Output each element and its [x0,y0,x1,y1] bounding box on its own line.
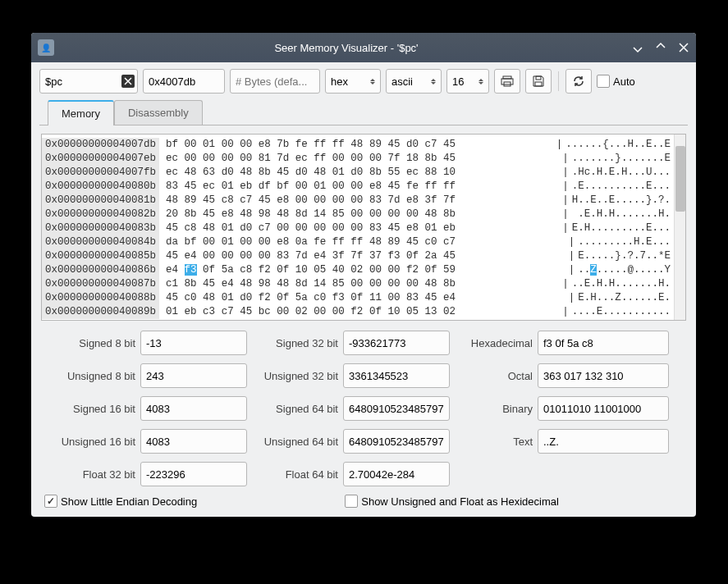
svg-rect-3 [536,76,541,80]
hex-row[interactable]: 0x00000000004007fbec 48 63 d0 48 8b 45 d… [42,166,674,180]
checkbox-icon [44,495,57,508]
f64-label: Float 64 bit [252,468,338,481]
svg-rect-4 [535,82,542,86]
hex-row[interactable]: 0x00000000004007dbbf 00 01 00 00 e8 7b f… [42,138,674,152]
hex-label: Hexadecimal [455,337,533,349]
hex-row[interactable]: 0x000000000040086be4 f3 0f 5a c8 f2 0f 1… [42,263,674,277]
signed32-field[interactable] [343,331,450,355]
s32-label: Signed 32 bit [252,337,338,349]
hexadecimal-field[interactable] [538,331,669,355]
decode-grid: Signed 8 bit Signed 32 bit Hexadecimal U… [41,331,686,486]
f32-label: Float 32 bit [41,468,135,481]
unsigned16-field[interactable] [140,429,247,454]
u8-label: Unsigned 8 bit [41,370,135,382]
hexfloat-checkbox[interactable]: Show Unsigned and Float as Hexidecimal [345,495,559,508]
u64-label: Unsigned 64 bit [252,436,338,448]
s16-label: Signed 16 bit [41,403,135,415]
app-icon: 👤 [38,39,54,56]
u16-label: Unsigned 16 bit [41,436,135,448]
chevron-updown-icon [370,79,375,84]
hex-row[interactable]: 0x000000000040088b45 c0 48 01 d0 f2 0f 5… [42,291,674,305]
bin-label: Binary [455,403,533,415]
save-button[interactable] [525,69,552,94]
hex-row[interactable]: 0x000000000040082b20 8b 45 e8 48 98 48 8… [42,208,674,221]
float64-field[interactable] [343,462,450,486]
columns-select[interactable]: 16 [446,69,489,94]
hex-row[interactable]: 0x00000000004007ebec 00 00 00 00 81 7d e… [42,152,674,166]
scroll-thumb[interactable] [675,146,685,212]
memory-visualizer-window: 👤 Seer Memory Visualizer - '$pc' hex asc… [31,33,696,517]
octal-field[interactable] [538,363,669,388]
s64-label: Signed 64 bit [252,403,338,415]
toolbar: hex ascii 16 Auto [31,62,696,100]
titlebar: 👤 Seer Memory Visualizer - '$pc' [31,33,696,62]
close-button[interactable] [678,42,689,53]
endian-checkbox[interactable]: Show Little Endian Decoding [44,495,197,508]
tab-disassembly[interactable]: Disassembly [114,100,203,125]
options-row: Show Little Endian Decoding Show Unsigne… [41,495,686,508]
refresh-button[interactable] [565,69,592,94]
maximize-button[interactable] [655,42,666,53]
signed16-field[interactable] [140,396,247,421]
u32-label: Unsigned 32 bit [252,370,338,382]
format-select[interactable]: hex [325,69,381,94]
hex-row[interactable]: 0x000000000040089b01 eb c3 c7 45 bc 00 0… [42,305,674,319]
hex-row[interactable]: 0x000000000040087bc1 8b 45 e4 48 98 48 8… [42,277,674,291]
print-button[interactable] [494,69,520,94]
unsigned8-field[interactable] [140,363,247,388]
chevron-updown-icon [431,79,436,84]
signed64-field[interactable] [343,396,450,421]
float32-field[interactable] [140,462,247,486]
separator [558,71,559,91]
tab-memory[interactable]: Memory [48,100,114,125]
minimize-button[interactable] [632,42,643,53]
window-title: Seer Memory Visualizer - '$pc' [61,42,632,54]
content-area: 0x00000000004007dbbf 00 01 00 00 e8 7b f… [31,125,696,516]
hex-row[interactable]: 0x000000000040081b48 89 45 c8 c7 45 e8 0… [42,194,674,208]
checkbox-icon [597,75,610,88]
clear-icon[interactable] [121,75,135,88]
tabs: Memory Disassembly [39,100,688,125]
auto-checkbox[interactable]: Auto [597,75,635,88]
oct-label: Octal [455,370,533,382]
binary-field[interactable] [538,396,669,421]
hex-view[interactable]: 0x00000000004007dbbf 00 01 00 00 e8 7b f… [41,134,686,321]
hex-row[interactable]: 0x000000000040083b45 c8 48 01 d0 c7 00 0… [42,221,674,235]
hex-row[interactable]: 0x000000000040084bda bf 00 01 00 00 e8 0… [42,235,674,249]
address-input[interactable] [143,69,225,94]
hex-row[interactable]: 0x000000000040080b83 45 ec 01 eb df bf 0… [42,180,674,194]
text-field[interactable] [538,429,669,454]
s8-label: Signed 8 bit [41,337,135,349]
unsigned32-field[interactable] [343,363,450,388]
hex-row[interactable]: 0x000000000040085b45 e4 00 00 00 00 83 7… [42,249,674,263]
charset-select[interactable]: ascii [386,69,442,94]
bytes-input[interactable] [230,69,320,94]
chevron-updown-icon [478,79,483,84]
scrollbar[interactable] [674,135,685,320]
checkbox-icon [345,495,358,508]
unsigned64-field[interactable] [343,429,450,454]
txt-label: Text [455,436,533,448]
signed8-field[interactable] [140,331,247,355]
